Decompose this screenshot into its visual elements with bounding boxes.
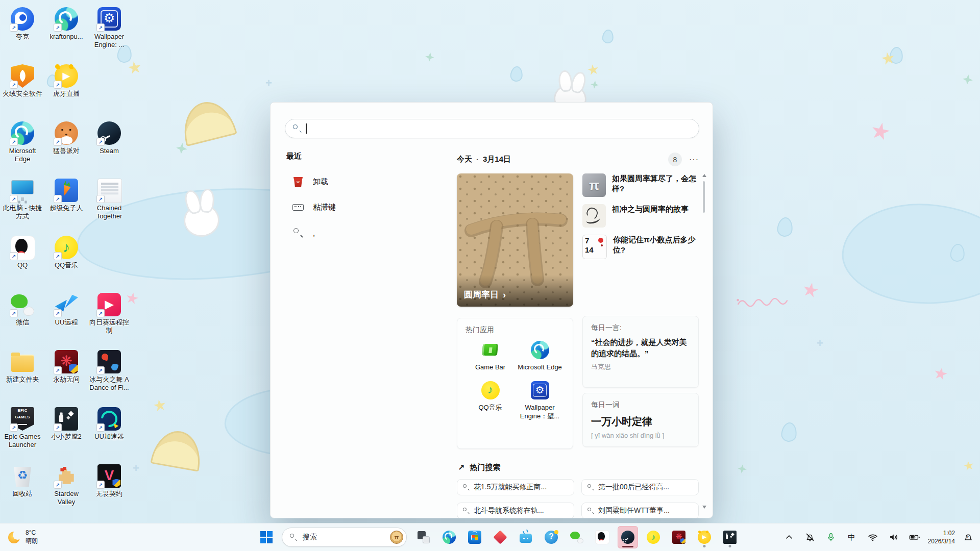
desktop-icon-stardew-23[interactable]: Stardew Valley	[45, 464, 88, 507]
scrollbar-thumb[interactable]	[703, 181, 705, 213]
daily-quote-card[interactable]: 每日一言: “社会的进步，就是人类对美的追求的结晶。” 马克思	[582, 316, 699, 388]
notifications-muted-button[interactable]	[801, 527, 819, 547]
desktop-icon-uu-booster-21[interactable]: UU加速器	[88, 407, 131, 441]
desktop-icon-image	[11, 464, 34, 488]
taskbar-app-huya[interactable]	[694, 526, 715, 548]
daily-word-pinyin: [ yī wàn xiǎo shí dìng lǜ ]	[591, 432, 690, 439]
search-icon	[292, 124, 302, 133]
taskbar-search-label: 搜索	[303, 533, 390, 542]
recent-item-0[interactable]: 卸载	[286, 169, 439, 194]
hidden-icons-button[interactable]	[780, 527, 798, 547]
popular-app-2[interactable]: QQ音乐	[465, 381, 515, 421]
hot-search-list: 花1.5万就能买修正商...第一批00后已经得高...北斗导航系统将在轨...刘…	[457, 479, 699, 518]
desktop-icon-steam-7[interactable]: Steam	[88, 121, 131, 155]
shortcut-arrow-icon	[54, 309, 62, 317]
shortcut-arrow-icon	[96, 366, 105, 374]
popular-app-3[interactable]: Wallpaper Engine：壁...	[515, 381, 565, 421]
edge-icon	[531, 341, 549, 359]
notification-center-button[interactable]: z	[960, 527, 977, 547]
taskbar-app-tv-app[interactable]	[516, 526, 536, 548]
desktop-icon-folder-16[interactable]: 新建文件夹	[1, 350, 44, 384]
news-item-2[interactable]: 你能记住π小数点后多少位?	[582, 235, 699, 259]
popular-app-1[interactable]: Microsoft Edge	[515, 341, 565, 372]
hot-search-item-0[interactable]: 花1.5万就能买修正商...	[457, 479, 574, 495]
battery-button[interactable]	[906, 527, 923, 547]
desktop-icon-sunlogin-15[interactable]: 向日葵远程控制	[88, 293, 131, 335]
clock-widget[interactable]: 1:02 2026/3/14	[927, 527, 956, 547]
desktop-icon-wallpaper-engine-2[interactable]: Wallpaper Engine: ...	[88, 7, 131, 49]
desktop-icon-huya-4[interactable]: 虎牙直播	[45, 64, 88, 98]
hot-search-item-2[interactable]: 北斗导航系统将在轨...	[457, 503, 574, 518]
hero-caption-text: 圆周率日	[464, 289, 499, 300]
wifi-button[interactable]	[864, 527, 881, 547]
scroll-down-icon[interactable]	[702, 506, 706, 509]
taskbar-app-microsoft-store[interactable]	[464, 526, 485, 548]
microsoft-edge-icon	[443, 531, 456, 544]
search-icon	[587, 484, 594, 491]
taskbar-app-qq[interactable]	[592, 526, 612, 548]
start-button[interactable]	[255, 526, 278, 548]
weather-temperature: 8°C	[26, 529, 38, 537]
desktop-icon-this-pc-8[interactable]: 此电脑 - 快捷方式	[1, 179, 44, 221]
scroll-up-icon[interactable]	[702, 174, 706, 177]
glance-count-badge[interactable]: 8	[668, 153, 682, 166]
ime-mode-button[interactable]: 中	[843, 527, 861, 547]
taskbar-app-question-globe-app[interactable]	[541, 526, 561, 548]
taskbar-search-box[interactable]: 搜索	[282, 528, 407, 547]
taskbar-app-naraka[interactable]	[669, 526, 689, 548]
volume-button[interactable]	[885, 527, 902, 547]
taskbar-app-red-diamond-app[interactable]	[490, 526, 510, 548]
recent-item-1[interactable]: 粘滞键	[286, 194, 439, 220]
desktop-icon-image	[55, 121, 78, 145]
desktop-icon-adofai-18[interactable]: 冰与火之舞 A Dance of Fi...	[88, 350, 131, 392]
more-options-button[interactable]: ···	[689, 155, 699, 164]
desktop-icon-huorong-3[interactable]: 火绒安全软件	[1, 64, 44, 98]
desktop-icon-label: Microsoft Edge	[1, 147, 44, 164]
panel-search-box[interactable]	[285, 119, 699, 138]
desktop-icon-quark-0[interactable]: 夸克	[1, 7, 44, 41]
panel-scrollbar[interactable]	[702, 174, 707, 513]
desktop-icon-super-bunny-man-9[interactable]: 超级兔子人	[45, 179, 88, 212]
desktop-icon-edge-1[interactable]: kraftonpu...	[45, 7, 88, 41]
desktop-icon-valorant-24[interactable]: 无畏契约	[88, 464, 131, 498]
desktop-icon-recycle-bin-22[interactable]: 回收站	[1, 464, 44, 498]
search-input[interactable]	[307, 124, 692, 134]
desktop-icon-label: 无畏契约	[96, 490, 122, 498]
news-item-0[interactable]: 如果圆周率算尽了，会怎样?	[582, 173, 699, 197]
popular-apps-title: 热门应用	[465, 325, 565, 335]
desktop-icon-label: 冰与火之舞 A Dance of Fi...	[88, 375, 131, 392]
taskbar-app-wechat[interactable]	[567, 526, 587, 548]
taskbar-app-steam[interactable]	[618, 526, 638, 548]
desktop-icon-qq-11[interactable]: QQ	[1, 236, 44, 269]
hot-search-item-1[interactable]: 第一批00后已经得高...	[581, 479, 699, 495]
desktop-icon-naraka-17[interactable]: 永劫无间	[45, 350, 88, 384]
shortcut-arrow-icon	[54, 23, 62, 32]
taskbar-app-task-view[interactable]	[413, 526, 434, 548]
taskbar-app-little-nightmares[interactable]	[720, 526, 740, 548]
taskbar-app-qq-music[interactable]	[643, 526, 664, 548]
taskbar-weather-widget[interactable]: 8°C 晴朗	[5, 523, 41, 551]
news-item-1[interactable]: 祖冲之与圆周率的故事	[582, 204, 699, 228]
shortcut-arrow-icon	[54, 138, 62, 146]
desktop-icon-chained-together-10[interactable]: Chained Together	[88, 179, 131, 221]
shortcut-arrow-icon	[96, 138, 105, 146]
daily-word-card[interactable]: 每日一词 一万小时定律 [ yī wàn xiǎo shí dìng lǜ ]	[582, 393, 699, 447]
hot-search-item-3[interactable]: 刘国梁卸任WTT董事...	[581, 503, 699, 518]
taskbar-app-microsoft-edge[interactable]	[439, 526, 459, 548]
popular-app-0[interactable]: Game Bar	[465, 341, 515, 372]
pi-day-hero-card[interactable]: 圆周率日 ›	[457, 173, 573, 307]
desktop-icon-label: Stardew Valley	[45, 490, 88, 507]
wechat-icon	[570, 531, 583, 544]
desktop-icon-label: UU加速器	[94, 433, 124, 441]
desktop-icon-epic-19[interactable]: Epic Games Launcher	[1, 407, 44, 449]
microphone-in-use-button[interactable]	[822, 527, 840, 547]
desktop-icon-edge-5[interactable]: Microsoft Edge	[1, 121, 44, 164]
recent-item-2[interactable]: ,	[286, 220, 439, 245]
desktop-icon-uu-remote-14[interactable]: UU远程	[45, 293, 88, 327]
desktop-icon-party-animals-6[interactable]: 猛兽派对	[45, 121, 88, 155]
shortcut-arrow-icon	[96, 23, 105, 32]
desktop-icon-qq-music-12[interactable]: QQ音乐	[45, 236, 88, 269]
desktop-icon-wechat-13[interactable]: 微信	[1, 293, 44, 327]
popular-app-label: Wallpaper Engine：壁...	[517, 404, 564, 421]
desktop-icon-little-nightmares-20[interactable]: 小小梦魇2	[45, 407, 88, 441]
